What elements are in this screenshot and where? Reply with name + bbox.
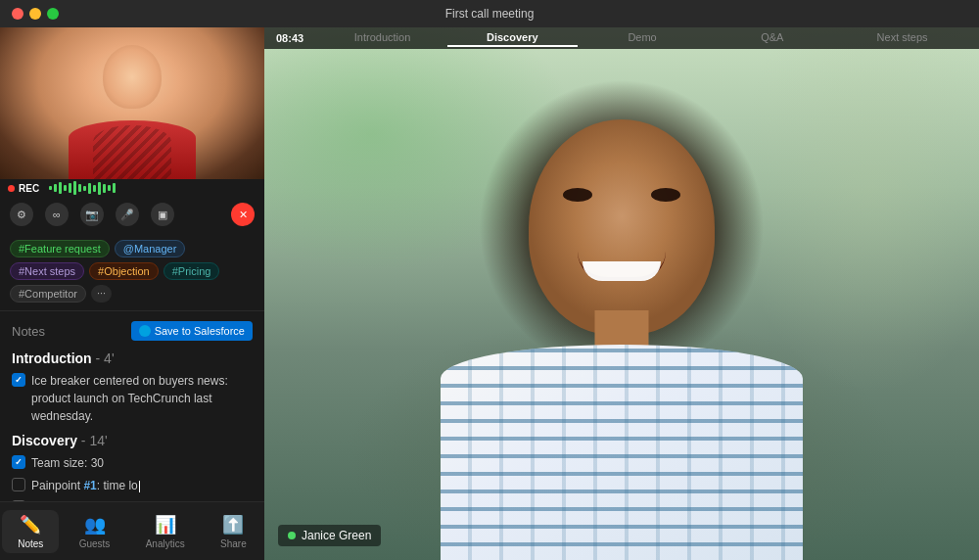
audio-bar <box>59 182 62 194</box>
stage-introduction[interactable]: Introduction <box>317 29 447 47</box>
save-salesforce-button[interactable]: Save to Salesforce <box>131 321 253 341</box>
note-item: Ice breaker centered on buyers news: pro… <box>12 372 253 425</box>
rec-bar: REC <box>0 179 264 197</box>
nav-item-analytics[interactable]: 📊Analytics <box>130 510 201 553</box>
meeting-time: 08:43 <box>276 32 303 44</box>
left-panel: REC ⚙ ∞ 📷 🎤 ▣ ✕ #Feature request@Manager… <box>0 27 264 560</box>
rec-dot <box>8 185 15 192</box>
audio-bar <box>73 181 76 195</box>
close-button[interactable] <box>12 8 23 20</box>
salesforce-label: Save to Salesforce <box>155 325 245 337</box>
note-text: Ice breaker centered on buyers news: pro… <box>31 372 253 425</box>
audio-bar <box>64 185 67 191</box>
audio-bar <box>49 186 52 190</box>
share-icon: ⬆️ <box>222 514 244 536</box>
audio-bars <box>49 181 116 195</box>
rec-label: REC <box>19 183 39 194</box>
guests-label: Guests <box>79 538 111 549</box>
note-text: Team size: 30 <box>31 454 104 472</box>
note-checkbox[interactable] <box>12 478 25 491</box>
tag--competitor[interactable]: #Competitor <box>10 285 86 303</box>
left-eye <box>563 188 592 202</box>
audio-bar <box>103 184 106 193</box>
nav-item-share[interactable]: ⬆️Share <box>205 510 262 553</box>
notes-section: Notes Save to Salesforce Introduction - … <box>0 311 264 501</box>
notes-icon: ✏️ <box>20 514 41 536</box>
audio-bar <box>93 185 96 192</box>
shirt-vertical-stripes <box>441 345 803 560</box>
main-video: Janice Green <box>264 27 979 560</box>
audio-bar <box>98 182 101 195</box>
stage-q&a[interactable]: Q&A <box>707 29 837 47</box>
stage-discovery[interactable]: Discovery <box>447 29 578 47</box>
link-button[interactable]: ∞ <box>45 203 69 226</box>
audio-bar <box>113 183 116 193</box>
audio-bar <box>78 184 81 192</box>
analytics-label: Analytics <box>146 538 185 549</box>
controls-row: ⚙ ∞ 📷 🎤 ▣ ✕ <box>0 197 264 232</box>
settings-button[interactable]: ⚙ <box>10 203 33 226</box>
note-item: Painpoint #1: time lo <box>12 477 253 494</box>
share-label: Share <box>220 538 247 549</box>
section-heading-discovery: Discovery - 14' <box>12 433 253 448</box>
window-title: First call meeting <box>445 7 535 21</box>
notes-title: Notes <box>12 324 45 339</box>
participant-video <box>377 61 866 560</box>
maximize-button[interactable] <box>47 8 59 20</box>
shirt-detail <box>93 125 171 179</box>
analytics-icon: 📊 <box>155 514 176 536</box>
section-heading-introduction: Introduction - 4' <box>12 350 253 366</box>
note-text: Painpoint #1: time lo <box>31 477 140 494</box>
face <box>529 119 715 335</box>
end-call-button[interactable]: ✕ <box>231 203 255 226</box>
nav-item-guests[interactable]: 👥Guests <box>64 510 126 553</box>
meeting-bar: 08:43 IntroductionDiscoveryDemoQ&ANext s… <box>264 27 979 49</box>
notes-content: Introduction - 4'Ice breaker centered on… <box>12 350 253 501</box>
tag--manager[interactable]: @Manager <box>115 240 186 257</box>
person-head <box>103 45 162 109</box>
notes-label: Notes <box>18 538 43 549</box>
note-checkbox[interactable] <box>12 373 25 387</box>
main-layout: REC ⚙ ∞ 📷 🎤 ▣ ✕ #Feature request@Manager… <box>0 27 979 560</box>
participant-name-badge: Janice Green <box>278 525 381 546</box>
tag--feature-request[interactable]: #Feature request <box>10 240 110 257</box>
bottom-nav: ✏️Notes👥Guests📊Analytics⬆️Share <box>0 501 264 560</box>
screen-button[interactable]: ▣ <box>151 203 174 226</box>
tag--objection[interactable]: #Objection <box>89 262 159 280</box>
body <box>441 345 803 560</box>
guests-icon: 👥 <box>84 514 106 536</box>
right-eye <box>651 188 680 202</box>
title-bar: First call meeting <box>0 0 979 27</box>
audio-bar <box>88 183 91 194</box>
tag--pricing[interactable]: #Pricing <box>163 262 220 280</box>
participant-status-dot <box>288 532 296 539</box>
participant-name: Janice Green <box>302 529 371 542</box>
salesforce-icon <box>139 325 151 337</box>
right-panel: 08:43 IntroductionDiscoveryDemoQ&ANext s… <box>264 27 979 560</box>
notes-header: Notes Save to Salesforce <box>12 321 253 341</box>
teeth <box>583 261 661 281</box>
traffic-lights <box>12 8 59 20</box>
note-item: Team size: 30 <box>12 454 253 472</box>
stage-demo[interactable]: Demo <box>578 29 708 47</box>
audio-bar <box>69 183 71 193</box>
nav-item-notes[interactable]: ✏️Notes <box>2 510 59 553</box>
tag-overflow-button[interactable]: ··· <box>91 285 112 303</box>
note-checkbox[interactable] <box>12 455 25 469</box>
tags-section: #Feature request@Manager#Next steps#Obje… <box>0 232 264 311</box>
minimize-button[interactable] <box>29 8 41 20</box>
tag--next-steps[interactable]: #Next steps <box>10 262 84 280</box>
audio-bar <box>83 186 86 191</box>
meeting-stages: IntroductionDiscoveryDemoQ&ANext steps <box>317 29 967 47</box>
audio-bar <box>54 184 57 192</box>
local-video <box>0 27 264 179</box>
audio-bar <box>108 185 111 191</box>
mic-button[interactable]: 🎤 <box>116 203 139 226</box>
person-body <box>69 120 196 179</box>
local-video-person <box>0 27 264 179</box>
camera-button[interactable]: 📷 <box>80 203 104 226</box>
stage-next-steps[interactable]: Next steps <box>837 29 967 47</box>
